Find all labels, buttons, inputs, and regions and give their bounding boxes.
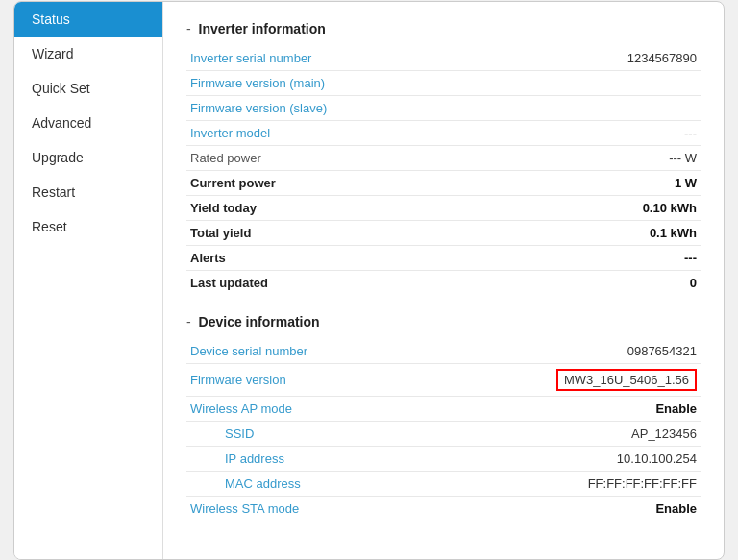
table-row: Current power 1 W	[186, 170, 701, 195]
table-row: Wireless STA mode Enable	[186, 496, 701, 521]
table-row: Rated power --- W	[186, 145, 701, 170]
firmware-version-box: MW3_16U_5406_1.56	[556, 369, 697, 391]
sidebar-item-reset[interactable]: Reset	[14, 209, 162, 244]
value-total-yield: 0.1 kWh	[469, 220, 701, 245]
inverter-section-title: - Inverter information	[186, 21, 701, 37]
table-row: Wireless AP mode Enable	[186, 396, 701, 421]
table-row: Inverter serial number 1234567890	[186, 46, 701, 71]
sidebar: Status Wizard Quick Set Advanced Upgrade…	[14, 2, 163, 559]
table-row: Yield today 0.10 kWh	[186, 195, 701, 220]
value-mac: FF:FF:FF:FF:FF:FF	[469, 471, 701, 496]
table-row: Device serial number 0987654321	[186, 339, 701, 364]
value-wireless-sta: Enable	[469, 496, 701, 521]
sidebar-item-quickset[interactable]: Quick Set	[14, 71, 162, 106]
sidebar-item-restart[interactable]: Restart	[14, 175, 162, 209]
main-container: Status Wizard Quick Set Advanced Upgrade…	[13, 1, 725, 560]
label-rated-power: Rated power	[186, 145, 469, 170]
table-row: Firmware version (slave)	[186, 95, 701, 120]
table-row: Firmware version (main)	[186, 70, 701, 95]
table-row: Last updated 0	[186, 270, 701, 295]
value-model: ---	[469, 120, 701, 145]
label-total-yield: Total yield	[186, 220, 469, 245]
value-wireless-ap: Enable	[469, 396, 701, 421]
label-fw-slave: Firmware version (slave)	[186, 95, 469, 120]
value-alerts: ---	[469, 245, 701, 270]
value-ip: 10.10.100.254	[469, 446, 701, 471]
value-device-serial: 0987654321	[469, 339, 701, 364]
sidebar-item-upgrade[interactable]: Upgrade	[14, 140, 162, 175]
label-ssid: SSID	[186, 421, 469, 446]
value-fw-version: MW3_16U_5406_1.56	[469, 363, 701, 396]
table-row: Inverter model ---	[186, 120, 701, 145]
label-current-power: Current power	[186, 170, 469, 195]
sidebar-item-wizard[interactable]: Wizard	[14, 37, 162, 71]
label-device-serial: Device serial number	[186, 339, 469, 364]
value-serial: 1234567890	[469, 46, 701, 71]
table-row: IP address 10.10.100.254	[186, 446, 701, 471]
label-alerts: Alerts	[186, 245, 469, 270]
value-ssid: AP_123456	[469, 421, 701, 446]
value-yield-today: 0.10 kWh	[469, 195, 701, 220]
value-current-power: 1 W	[469, 170, 701, 195]
device-table: Device serial number 0987654321 Firmware…	[186, 339, 701, 521]
label-wireless-sta: Wireless STA mode	[186, 496, 469, 521]
value-last-updated: 0	[469, 270, 701, 295]
table-row: Firmware version MW3_16U_5406_1.56	[186, 363, 701, 396]
label-ip: IP address	[186, 446, 469, 471]
value-fw-slave	[469, 95, 701, 120]
label-fw-version: Firmware version	[186, 363, 469, 396]
value-fw-main	[469, 70, 701, 95]
table-row: Total yield 0.1 kWh	[186, 220, 701, 245]
label-serial: Inverter serial number	[186, 46, 469, 71]
table-row: MAC address FF:FF:FF:FF:FF:FF	[186, 471, 701, 496]
label-fw-main: Firmware version (main)	[186, 70, 469, 95]
label-model: Inverter model	[186, 120, 469, 145]
table-row: SSID AP_123456	[186, 421, 701, 446]
label-wireless-ap: Wireless AP mode	[186, 396, 469, 421]
table-row: Alerts ---	[186, 245, 701, 270]
value-rated-power: --- W	[469, 145, 701, 170]
label-yield-today: Yield today	[186, 195, 469, 220]
sidebar-item-advanced[interactable]: Advanced	[14, 106, 162, 140]
main-content: - Inverter information Inverter serial n…	[163, 2, 724, 559]
device-section-title: - Device information	[186, 314, 701, 329]
label-mac: MAC address	[186, 471, 469, 496]
inverter-table: Inverter serial number 1234567890 Firmwa…	[186, 46, 701, 295]
label-last-updated: Last updated	[186, 270, 469, 295]
sidebar-item-status[interactable]: Status	[14, 2, 162, 37]
